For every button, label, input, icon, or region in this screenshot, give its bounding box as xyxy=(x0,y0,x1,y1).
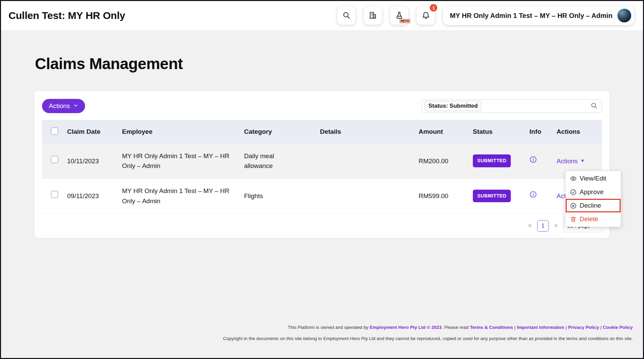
beta-features-button[interactable]: BETA xyxy=(390,6,408,25)
footer-separator: | xyxy=(564,325,568,330)
page-footer: This Platform is owned and operated by E… xyxy=(223,320,633,342)
cell-employee: MY HR Only Admin 1 Test – MY – HR Only –… xyxy=(122,178,244,213)
bulk-actions-button[interactable]: Actions xyxy=(42,99,85,113)
cell-details xyxy=(320,144,419,178)
table-row: 10/11/2023 MY HR Only Admin 1 Test – MY … xyxy=(42,144,602,178)
avatar xyxy=(617,8,631,23)
row-checkbox[interactable] xyxy=(51,191,58,198)
table-header-row: Claim Date Employee Category Details Amo… xyxy=(42,120,602,144)
row-actions-menu: View/Edit Approve Decline Delete xyxy=(565,171,621,227)
row-actions-button[interactable]: Actions ▼ xyxy=(557,156,585,166)
notification-count-badge: 1 xyxy=(430,4,437,12)
organisation-button[interactable] xyxy=(364,6,382,25)
menu-item-label: Approve xyxy=(580,188,604,196)
menu-item-label: Decline xyxy=(580,202,601,209)
footer-link-employment-hero[interactable]: Employment Hero Pty Ltd © 2023 xyxy=(370,325,442,330)
eye-icon xyxy=(570,175,577,182)
footer-text: This Platform is owned and operated by xyxy=(288,325,370,330)
cell-amount: RM599.00 xyxy=(419,178,473,213)
user-menu-label: MY HR Only Admin 1 Test – MY – HR Only –… xyxy=(450,12,612,20)
column-header-claim-date: Claim Date xyxy=(67,120,122,144)
pagination: < 1 > 20 / page xyxy=(42,218,602,233)
page-title: Claims Management xyxy=(35,55,643,73)
top-bar-actions: BETA 1 MY HR Only Admin 1 Test – MY – HR… xyxy=(337,6,634,25)
footer-legal-line: This Platform is owned and operated by E… xyxy=(223,324,633,331)
notifications-button[interactable]: 1 xyxy=(417,6,435,25)
claims-table: Claim Date Employee Category Details Amo… xyxy=(42,120,602,214)
menu-item-decline[interactable]: Decline xyxy=(566,199,621,212)
footer-text: . Please read xyxy=(442,325,470,330)
select-all-checkbox[interactable] xyxy=(51,127,58,135)
row-actions-label: Actions xyxy=(557,156,578,166)
bell-icon xyxy=(422,11,430,20)
column-header-status: Status xyxy=(473,120,529,144)
footer-link-terms[interactable]: Terms & Conditions xyxy=(470,325,513,330)
filter-tag-status[interactable]: Status: Submitted xyxy=(425,101,481,111)
claims-card: Actions Status: Submitted Claim D xyxy=(34,90,610,238)
trash-icon xyxy=(570,216,577,223)
cell-amount: RM200.00 xyxy=(419,144,473,178)
pagination-prev[interactable]: < xyxy=(527,222,532,229)
column-header-details: Details xyxy=(320,120,419,144)
info-icon[interactable] xyxy=(529,156,537,163)
check-circle-icon xyxy=(570,189,577,195)
footer-link-privacy[interactable]: Privacy Policy xyxy=(568,325,599,330)
chevron-down-icon xyxy=(73,102,78,110)
status-badge: SUBMITTED xyxy=(473,190,511,203)
top-bar: Cullen Test: MY HR Only BETA xyxy=(1,1,643,30)
building-icon xyxy=(369,11,377,20)
table-row: 09/11/2023 MY HR Only Admin 1 Test – MY … xyxy=(42,178,602,213)
user-menu[interactable]: MY HR Only Admin 1 Test – MY – HR Only –… xyxy=(443,6,634,25)
cell-details xyxy=(320,178,419,213)
footer-link-cookie[interactable]: Cookie Policy xyxy=(603,325,633,330)
search-button[interactable] xyxy=(337,6,356,25)
app-title: Cullen Test: MY HR Only xyxy=(8,10,125,21)
filter-input[interactable]: Status: Submitted xyxy=(422,99,602,113)
cell-employee: MY HR Only Admin 1 Test – MY – HR Only –… xyxy=(122,144,244,178)
menu-item-view-edit[interactable]: View/Edit xyxy=(566,172,621,185)
column-header-info: Info xyxy=(529,120,557,144)
footer-copyright-line: Copyright in the documents on this site … xyxy=(223,335,633,342)
menu-item-label: View/Edit xyxy=(580,175,606,182)
menu-item-label: Delete xyxy=(580,215,598,223)
column-header-amount: Amount xyxy=(419,120,473,144)
pagination-page-1[interactable]: 1 xyxy=(537,220,549,232)
footer-separator: | xyxy=(599,325,603,330)
column-header-employee: Employee xyxy=(122,120,244,144)
pagination-next[interactable]: > xyxy=(554,222,559,229)
footer-separator: | xyxy=(513,325,517,330)
column-header-category: Category xyxy=(244,120,320,144)
search-icon xyxy=(590,102,598,110)
column-header-actions: Actions xyxy=(557,120,602,144)
cell-claim-date: 09/11/2023 xyxy=(67,178,122,213)
bulk-actions-label: Actions xyxy=(49,102,70,110)
menu-item-delete[interactable]: Delete xyxy=(566,212,621,226)
row-checkbox[interactable] xyxy=(51,156,58,163)
beta-badge: BETA xyxy=(399,19,410,23)
app-window: Cullen Test: MY HR Only BETA xyxy=(0,0,644,359)
cell-category: Flights xyxy=(244,178,320,213)
cell-claim-date: 10/11/2023 xyxy=(67,144,122,178)
search-icon xyxy=(342,11,350,20)
caret-down-icon: ▼ xyxy=(580,157,585,164)
status-badge: SUBMITTED xyxy=(473,154,511,167)
info-icon[interactable] xyxy=(529,191,537,198)
x-circle-icon xyxy=(570,203,577,209)
footer-link-important-info[interactable]: Important Information xyxy=(517,325,564,330)
cell-category: Daily meal allowance xyxy=(244,144,320,178)
claims-toolbar: Actions Status: Submitted xyxy=(42,98,602,114)
menu-item-approve[interactable]: Approve xyxy=(566,185,621,199)
